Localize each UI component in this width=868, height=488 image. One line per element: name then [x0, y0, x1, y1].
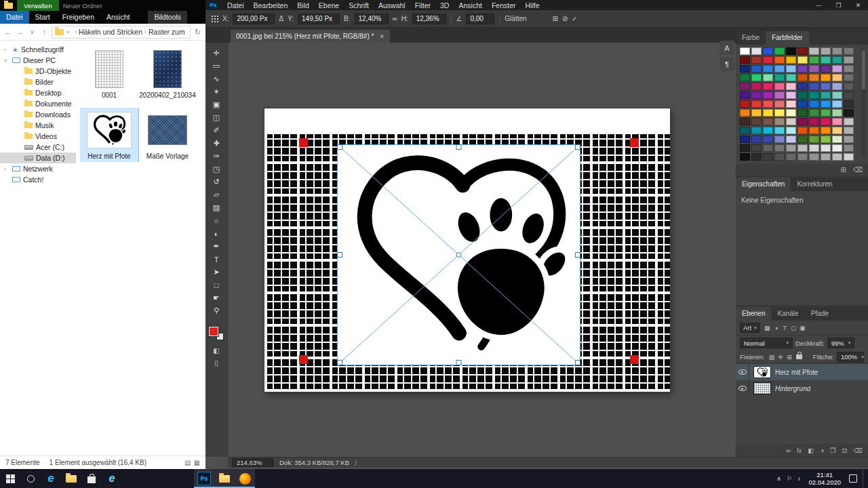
pasted-image-layer[interactable]: [337, 144, 580, 365]
color-swatch[interactable]: [774, 65, 785, 73]
height-field[interactable]: 12,36%: [412, 14, 446, 24]
color-swatch[interactable]: [751, 65, 762, 73]
action-center-icon[interactable]: [849, 474, 857, 483]
maintain-aspect-icon[interactable]: ∞: [393, 15, 397, 22]
layer-filter-dropdown[interactable]: Art▾: [740, 323, 760, 333]
color-swatch[interactable]: [774, 109, 785, 117]
color-swatch[interactable]: [774, 56, 785, 64]
color-swatch[interactable]: [821, 127, 831, 134]
color-swatch[interactable]: [786, 74, 796, 81]
ribbon-tab-bildtools[interactable]: Bildtools: [148, 11, 187, 24]
color-swatch[interactable]: [797, 153, 808, 161]
taskbar-clock[interactable]: 21:41 02.04.2020: [806, 471, 844, 486]
color-swatch[interactable]: [844, 100, 854, 108]
clone-stamp-tool[interactable]: ◳: [208, 163, 225, 176]
color-swatch[interactable]: [740, 92, 750, 99]
menu-item[interactable]: Hilfe: [526, 1, 540, 9]
link-layers-icon[interactable]: ∞: [786, 447, 791, 454]
layer-visibility-toggle[interactable]: [736, 364, 749, 380]
color-swatch[interactable]: [763, 144, 773, 152]
sidebar-item[interactable]: Catch!: [0, 174, 76, 185]
color-swatch[interactable]: [797, 100, 808, 108]
color-swatch[interactable]: [809, 47, 819, 55]
color-swatch[interactable]: [740, 65, 750, 73]
y-position-field[interactable]: 149,50 Px: [298, 14, 340, 24]
sidebar-item[interactable]: Musik: [0, 120, 76, 131]
color-swatch[interactable]: [832, 74, 842, 81]
sidebar-item[interactable]: Dokumente: [0, 98, 76, 109]
color-swatch[interactable]: [740, 74, 750, 81]
color-swatch[interactable]: [832, 47, 842, 55]
breadcrumb-segment[interactable]: ›Raster zum Drucken: [142, 28, 187, 36]
color-swatch[interactable]: [821, 153, 831, 161]
refresh-button[interactable]: ↻: [193, 28, 203, 37]
sidebar-item[interactable]: ˅ Dieser PC: [0, 55, 76, 66]
layer-row[interactable]: Herz mit Pfote: [736, 364, 868, 380]
color-swatch[interactable]: [797, 127, 808, 134]
delete-swatch-icon[interactable]: ⌫: [853, 166, 863, 174]
color-swatch[interactable]: [832, 83, 842, 90]
sidebar-item[interactable]: Acer (C:): [0, 142, 76, 152]
path-selection-tool[interactable]: ➤: [208, 266, 225, 279]
color-swatch[interactable]: [832, 92, 842, 99]
color-swatch[interactable]: [832, 100, 842, 108]
hand-tool[interactable]: ☛: [208, 291, 225, 304]
color-swatch[interactable]: [809, 56, 819, 64]
quick-selection-tool[interactable]: ✶: [208, 85, 225, 98]
color-swatch[interactable]: [844, 83, 854, 90]
color-swatch[interactable]: [786, 83, 796, 90]
color-swatch[interactable]: [740, 56, 750, 64]
color-swatch[interactable]: [763, 127, 773, 134]
color-swatch[interactable]: [844, 47, 854, 55]
layer-effects-icon[interactable]: fx: [797, 447, 802, 454]
color-swatch[interactable]: [763, 47, 773, 55]
expand-chevron-icon[interactable]: ˅: [4, 58, 9, 64]
sidebar-item[interactable]: Data (D:): [0, 152, 76, 163]
filter-shape-layers-icon[interactable]: ◻: [789, 325, 798, 331]
color-swatch[interactable]: [832, 65, 842, 73]
sidebar-item[interactable]: 3D-Objekte: [0, 66, 76, 77]
file-explorer-icon[interactable]: [61, 469, 81, 488]
color-swatch[interactable]: [832, 109, 842, 117]
fill-field[interactable]: 100%▾: [837, 352, 864, 363]
opacity-field[interactable]: 99%▾: [827, 338, 854, 348]
color-swatch[interactable]: [786, 109, 796, 117]
x-position-field[interactable]: 200,00 Px: [233, 14, 275, 24]
color-swatch[interactable]: [751, 136, 762, 143]
color-swatch[interactable]: [786, 56, 796, 64]
screen-mode-icon[interactable]: ▯: [208, 357, 225, 369]
menu-item[interactable]: Auswahl: [378, 1, 406, 9]
up-button[interactable]: ↑: [39, 28, 50, 36]
layer-name[interactable]: Hintergrund: [775, 385, 810, 392]
adjustment-layer-icon[interactable]: ◑: [820, 447, 824, 454]
color-swatch[interactable]: [821, 56, 831, 64]
color-swatch[interactable]: [821, 144, 831, 152]
quick-mask-icon[interactable]: ◧: [208, 344, 225, 357]
ribbon-tab[interactable]: Freigeben: [56, 11, 100, 24]
color-swatch[interactable]: [832, 118, 842, 125]
store-icon[interactable]: [81, 469, 102, 488]
menu-item[interactable]: Bearbeiten: [254, 1, 288, 9]
blend-mode-dropdown[interactable]: Normal▾: [740, 338, 793, 348]
color-swatch[interactable]: [844, 127, 854, 134]
color-swatch[interactable]: [821, 47, 831, 55]
color-swatch[interactable]: [751, 56, 762, 64]
color-swatch[interactable]: [797, 56, 808, 64]
color-swatch[interactable]: [774, 118, 785, 125]
panel-tab[interactable]: Korrekturen: [791, 178, 838, 191]
search-button[interactable]: [20, 469, 41, 488]
color-swatch[interactable]: [797, 118, 808, 125]
thumbnails-view-icon[interactable]: ▦: [194, 459, 200, 466]
details-view-icon[interactable]: ▤: [184, 459, 191, 466]
panel-tab[interactable]: Eigenschaften: [736, 178, 791, 191]
type-tool[interactable]: T: [208, 253, 225, 266]
move-tool[interactable]: ✛: [208, 47, 225, 60]
ribbon-tab[interactable]: Ansicht: [100, 11, 136, 24]
document-canvas[interactable]: [264, 108, 670, 392]
color-swatch[interactable]: [809, 127, 819, 134]
color-swatch[interactable]: [751, 127, 762, 134]
file-item[interactable]: 20200402_210034: [138, 47, 197, 101]
color-swatch[interactable]: [740, 109, 750, 117]
color-swatch[interactable]: [844, 136, 854, 143]
color-swatch[interactable]: [809, 92, 819, 99]
